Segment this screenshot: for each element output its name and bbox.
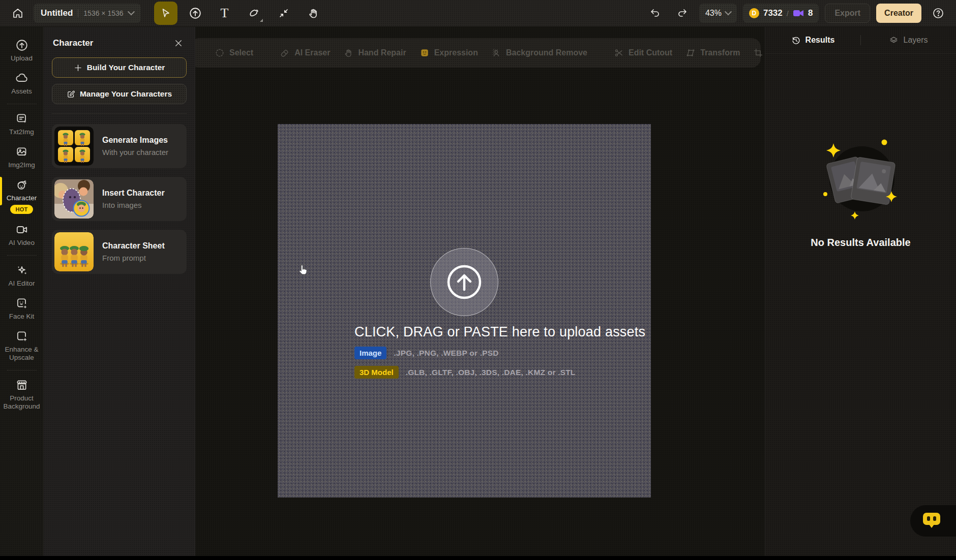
support-chat-widget[interactable]	[910, 505, 956, 537]
document-title: Untitled	[41, 8, 73, 18]
history-icon	[791, 36, 801, 45]
undo-button[interactable]	[644, 3, 666, 24]
export-label: Export	[834, 9, 860, 18]
credits-chip[interactable]: D 7332 / 8	[743, 4, 819, 23]
character-sheet-card[interactable]: Character Sheet From prompt	[52, 230, 187, 274]
right-panel: Results Layers	[765, 27, 956, 556]
right-panel-tabs: Results Layers	[765, 27, 956, 54]
cloud-icon	[15, 71, 28, 85]
upload-tool-button[interactable]	[184, 2, 207, 25]
face-kit-icon	[15, 296, 28, 310]
sidebar-item-ai-editor[interactable]: AI Editor	[0, 259, 44, 292]
document-title-chip[interactable]: Untitled 1536 × 1536	[34, 4, 141, 23]
insert-character-card[interactable]: Insert Character Into images	[52, 177, 187, 221]
upload-circle-icon	[189, 7, 202, 20]
sidebar-item-ai-video[interactable]: AI Video	[0, 219, 44, 252]
upload-title: CLICK, DRAG or PASTE here to upload asse…	[354, 324, 578, 340]
close-panel-button[interactable]	[171, 36, 186, 50]
no-results-empty-state: No Results Available	[765, 134, 956, 248]
toolbar-expression[interactable]: Expression	[420, 48, 478, 58]
panel-title: Character	[53, 38, 93, 48]
sidebar-divider	[7, 370, 37, 370]
brush-tool-button[interactable]	[243, 2, 266, 25]
coin-icon: D	[749, 8, 759, 18]
edit-icon	[67, 90, 75, 99]
generate-images-card[interactable]: Generate Images With your character	[52, 124, 187, 168]
transform-icon	[685, 48, 696, 58]
tab-results[interactable]: Results	[765, 36, 860, 45]
creator-button[interactable]: Creator	[876, 4, 921, 23]
toolbar-select[interactable]: Select	[215, 48, 253, 58]
top-bar: Untitled 1536 × 1536 T	[0, 0, 956, 27]
sidebar-item-assets[interactable]: Assets	[0, 67, 44, 100]
card-title: Insert Character	[102, 189, 165, 198]
tool-group: T	[154, 2, 325, 25]
redo-button[interactable]	[672, 3, 693, 24]
model-formats: .GLB, .GLTF, .OBJ, .3DS, .DAE, .KMZ or .…	[406, 368, 576, 377]
tab-layers-label: Layers	[903, 36, 928, 45]
card-subtitle: From prompt	[102, 254, 165, 262]
chat-bot-icon	[921, 512, 942, 530]
tab-layers[interactable]: Layers	[861, 36, 956, 45]
upload-dropzone-button[interactable]	[430, 248, 498, 316]
artboard[interactable]: CLICK, DRAG or PASTE here to upload asse…	[278, 124, 651, 497]
left-sidebar: Upload Assets Txt2Img Img2Img Character	[0, 27, 44, 556]
card-subtitle: With your character	[102, 148, 168, 157]
image-formats-row: Image .JPG, .PNG, .WEBP or .PSD	[354, 347, 578, 359]
coin-credits: 7332	[763, 8, 783, 18]
divider	[78, 9, 78, 17]
hand-tool-button[interactable]	[302, 2, 325, 25]
txt2img-icon	[15, 112, 28, 126]
sidebar-item-label: AI Video	[2, 239, 42, 247]
toolbar-crop[interactable]: Crop	[753, 48, 765, 58]
collapse-tool-button[interactable]	[272, 2, 295, 25]
character-cards: Generate Images With your character	[52, 113, 187, 274]
sparkles-icon	[15, 263, 28, 277]
toolbar-hand-repair[interactable]: Hand Repair	[343, 48, 406, 58]
toolbar-edit-cutout[interactable]: Edit Cutout	[614, 48, 672, 58]
manage-characters-button[interactable]: Manage Your Characters	[52, 84, 187, 104]
select-tool-button[interactable]	[154, 2, 177, 25]
upload-instructions: CLICK, DRAG or PASTE here to upload asse…	[354, 324, 578, 379]
toolbar-label: Edit Cutout	[629, 48, 672, 57]
build-character-button[interactable]: Build Your Character	[52, 57, 187, 78]
sidebar-item-label: AI Editor	[2, 279, 42, 288]
toolbar-ai-eraser[interactable]: AI Eraser	[280, 48, 330, 58]
toolbar-label: Select	[229, 48, 253, 57]
sidebar-item-img2img[interactable]: Img2Img	[0, 141, 44, 174]
sidebar-item-character[interactable]: Character HOT	[0, 174, 44, 219]
card-text: Insert Character Into images	[102, 189, 165, 209]
sidebar-divider	[7, 255, 37, 256]
img2img-icon	[15, 145, 28, 159]
layers-icon	[889, 36, 899, 45]
sidebar-item-product-background[interactable]: Product Background	[0, 374, 44, 415]
submenu-indicator	[260, 19, 263, 22]
toolbar-label: Background Remove	[506, 48, 587, 57]
home-button[interactable]	[7, 3, 28, 24]
toolbar-label: Hand Repair	[358, 48, 406, 57]
sidebar-item-face-kit[interactable]: Face Kit	[0, 292, 44, 325]
text-tool-icon: T	[221, 6, 229, 21]
toolbar-background-remove[interactable]: Background Remove	[491, 48, 587, 58]
bottom-strip	[0, 556, 956, 560]
zoom-dropdown[interactable]: 43%	[699, 4, 737, 23]
topbar-right-group: 43% D 7332 / 8 Export Creator	[644, 3, 949, 24]
tab-results-label: Results	[805, 36, 835, 45]
sidebar-item-enhance-upscale[interactable]: Enhance & Upscale	[0, 325, 44, 366]
export-button[interactable]: Export	[825, 4, 870, 23]
upload-icon	[15, 38, 28, 52]
storefront-icon	[15, 378, 28, 392]
text-tool-button[interactable]: T	[213, 2, 236, 25]
panel-header: Character	[52, 36, 187, 50]
sidebar-item-upload[interactable]: Upload	[0, 34, 44, 67]
generate-images-thumbnail	[54, 127, 94, 166]
empty-state-text: No Results Available	[811, 237, 910, 248]
toolbar-transform[interactable]: Transform	[685, 48, 740, 58]
sidebar-item-txt2img[interactable]: Txt2Img	[0, 108, 44, 141]
help-button[interactable]	[928, 3, 949, 24]
editing-toolbar: Select AI Eraser Hand Repair Expression	[190, 38, 761, 68]
mouse-hand-cursor	[297, 264, 310, 277]
enhance-icon	[15, 329, 28, 343]
sidebar-item-label: Enhance & Upscale	[2, 346, 42, 362]
redo-icon	[676, 7, 689, 19]
